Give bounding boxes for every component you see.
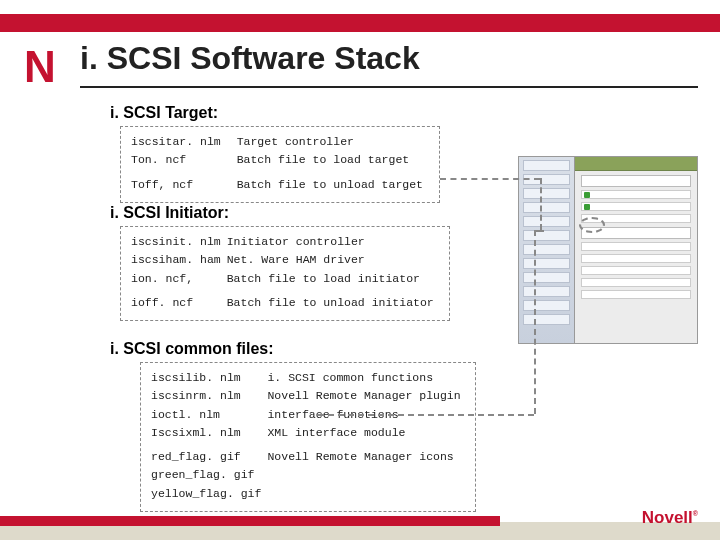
file-name: green_flag. gif xyxy=(151,466,267,484)
green-flag-icon xyxy=(584,204,590,210)
table-row: red_flag. gifNovell Remote Manager icons xyxy=(151,448,467,466)
initiator-files-box: iscsinit. nlmInitiator controller iscsih… xyxy=(120,226,450,321)
initiator-files-table: iscsinit. nlmInitiator controller iscsih… xyxy=(131,233,440,312)
table-row: iscsiham. hamNet. Ware HAM driver xyxy=(131,251,440,269)
file-desc: Novell Remote Manager plugin xyxy=(267,387,466,405)
common-files-table: iscsilib. nlmi. SCSI common functions is… xyxy=(151,369,467,503)
connector-line xyxy=(540,178,542,230)
slide-title: i. SCSI Software Stack xyxy=(80,40,420,77)
table-row: iscsinrm. nlmNovell Remote Manager plugi… xyxy=(151,387,467,405)
target-files-box: iscsitar. nlmTarget controller Ton. ncfB… xyxy=(120,126,440,203)
file-desc: Novell Remote Manager icons xyxy=(267,448,466,466)
screenshot-main xyxy=(575,157,697,343)
table-row: iscsinit. nlmInitiator controller xyxy=(131,233,440,251)
connector-line xyxy=(318,414,534,416)
section-heading-initiator: i. SCSI Initiator: xyxy=(110,204,229,222)
common-files-box: iscsilib. nlmi. SCSI common functions is… xyxy=(140,362,476,512)
table-row: ion. ncf,Batch file to load initiator xyxy=(131,270,440,288)
connector-line xyxy=(534,230,536,414)
file-desc: Initiator controller xyxy=(227,233,440,251)
connector-line xyxy=(440,178,540,180)
green-flag-icon xyxy=(584,192,590,198)
section-heading-common: i. SCSI common files: xyxy=(110,340,274,358)
file-desc: Target controller xyxy=(237,133,429,151)
connector-line xyxy=(534,230,544,232)
footer-red-bar xyxy=(0,516,500,526)
callout-oval xyxy=(579,217,605,233)
title-rule xyxy=(80,86,698,88)
screenshot-sidebar xyxy=(519,157,575,343)
remote-manager-screenshot xyxy=(518,156,698,344)
file-desc: XML interface module xyxy=(267,424,466,442)
table-row: Iscsixml. nlmXML interface module xyxy=(151,424,467,442)
footer: Novell® xyxy=(0,496,720,540)
novell-n-logo: N xyxy=(24,42,54,92)
file-name: iscsiham. ham xyxy=(131,251,227,269)
file-desc: Batch file to load target xyxy=(237,151,429,169)
file-name: Iscsixml. nlm xyxy=(151,424,267,442)
table-row: ioff. ncfBatch file to unload initiator xyxy=(131,294,440,312)
file-name: Toff, ncf xyxy=(131,176,237,194)
top-red-bar xyxy=(0,14,720,32)
file-name: iscsitar. nlm xyxy=(131,133,237,151)
file-name: Ton. ncf xyxy=(131,151,237,169)
table-row: iscsilib. nlmi. SCSI common functions xyxy=(151,369,467,387)
file-name: ioff. ncf xyxy=(131,294,227,312)
file-name: iscsinrm. nlm xyxy=(151,387,267,405)
section-heading-target: i. SCSI Target: xyxy=(110,104,218,122)
file-name: ioctl. nlm xyxy=(151,406,267,424)
file-desc: Batch file to unload initiator xyxy=(227,294,440,312)
file-name: iscsinit. nlm xyxy=(131,233,227,251)
file-desc: Net. Ware HAM driver xyxy=(227,251,440,269)
target-files-table: iscsitar. nlmTarget controller Ton. ncfB… xyxy=(131,133,429,194)
novell-logo: Novell® xyxy=(642,508,698,528)
file-desc: Batch file to load initiator xyxy=(227,270,440,288)
file-name: iscsilib. nlm xyxy=(151,369,267,387)
file-name: red_flag. gif xyxy=(151,448,267,466)
file-desc xyxy=(267,466,466,484)
file-desc: Batch file to unload target xyxy=(237,176,429,194)
table-row: Toff, ncfBatch file to unload target xyxy=(131,176,429,194)
table-row: iscsitar. nlmTarget controller xyxy=(131,133,429,151)
table-row: Ton. ncfBatch file to load target xyxy=(131,151,429,169)
file-name: ion. ncf, xyxy=(131,270,227,288)
file-desc: i. SCSI common functions xyxy=(267,369,466,387)
table-row: green_flag. gif xyxy=(151,466,467,484)
